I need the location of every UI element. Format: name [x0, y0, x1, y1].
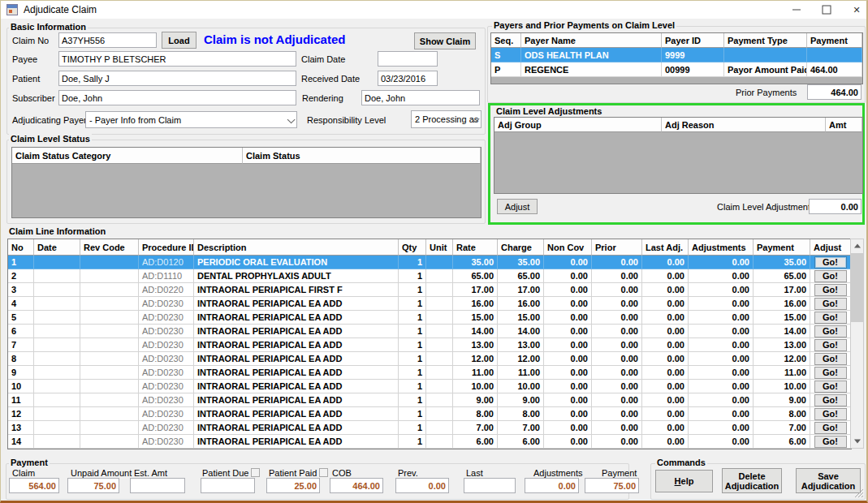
claim-line-cell-desc[interactable]: INTRAORAL PERIAPICAL EA ADD [194, 435, 399, 449]
claim-line-cell-lastadj[interactable]: 0.00 [642, 352, 689, 366]
go-button[interactable]: Go! [814, 312, 847, 324]
claim-line-cell-rate[interactable]: 12.00 [453, 352, 498, 366]
claim-line-cell-proc[interactable]: AD:D0230 [139, 407, 194, 421]
claim-line-cell-desc[interactable]: INTRAORAL PERIAPICAL EA ADD [194, 325, 399, 338]
claim-line-cell-date[interactable] [34, 407, 80, 421]
claim-line-cell-pay[interactable]: 15.00 [754, 311, 810, 325]
claim-line-cell-unit[interactable] [426, 407, 453, 421]
go-button[interactable]: Go! [814, 367, 847, 379]
claim-line-cell-lastadj[interactable]: 0.00 [642, 283, 689, 297]
claim-line-cell-rev[interactable] [80, 352, 139, 366]
claim-line-cell-lastadj[interactable]: 0.00 [642, 256, 689, 269]
claim-line-cell-unit[interactable] [426, 256, 453, 269]
claim-line-cell-qty[interactable]: 1 [399, 407, 426, 421]
claim-line-cell-noncov[interactable]: 0.00 [544, 311, 592, 325]
claim-line-cell-pay[interactable]: 11.00 [754, 366, 810, 380]
claim-line-cell-no[interactable]: 12 [8, 407, 34, 421]
claim-line-cell-rate[interactable]: 17.00 [453, 283, 498, 297]
payee-input[interactable] [58, 51, 296, 67]
claim-line-cell-lastadj[interactable]: 0.00 [642, 311, 689, 325]
claim-line-cell-unit[interactable] [426, 421, 453, 435]
received-date-input[interactable] [378, 71, 438, 86]
claim-line-cell-date[interactable] [34, 366, 80, 380]
claim-line-cell-proc[interactable]: AD:D0230 [139, 393, 194, 407]
claim-line-cell-prior[interactable]: 0.00 [592, 421, 642, 435]
claim-line-cell-charge[interactable]: 13.00 [498, 338, 544, 352]
claim-line-cell-qty[interactable]: 1 [399, 338, 426, 352]
claim-line-cell-charge[interactable]: 9.00 [498, 393, 544, 407]
claim-line-cell-unit[interactable] [426, 338, 453, 352]
claim-line-cell-charge[interactable]: 11.00 [498, 366, 544, 380]
claim-line-cell-no[interactable]: 8 [8, 352, 34, 366]
claim-line-cell-rev[interactable] [80, 269, 139, 283]
claim-line-cell-prior[interactable]: 0.00 [592, 338, 642, 352]
go-button[interactable]: Go! [814, 256, 847, 269]
claim-line-cell-pay[interactable]: 16.00 [754, 297, 810, 311]
claim-line-cell-desc[interactable]: INTRAORAL PERIAPICAL FIRST F [194, 283, 399, 297]
claim-line-cell-rev[interactable] [80, 311, 139, 325]
claim-line-cell-no[interactable]: 13 [8, 421, 34, 435]
claim-line-cell-prior[interactable]: 0.00 [592, 311, 642, 325]
claim-line-cell-proc[interactable]: AD:D0220 [139, 283, 194, 297]
claim-line-cell-noncov[interactable]: 0.00 [544, 435, 592, 449]
claim-line-cell-unit[interactable] [426, 393, 453, 407]
prev-input[interactable] [395, 478, 449, 493]
claim-line-cell-proc[interactable]: AD:D0230 [139, 311, 194, 325]
claim-line-cell-no[interactable]: 10 [8, 380, 34, 393]
subscriber-input[interactable] [58, 90, 296, 105]
claim-line-cell-lastadj[interactable]: 0.00 [642, 325, 689, 338]
est-amt-input[interactable] [130, 478, 185, 493]
claim-line-cell-pay[interactable]: 12.00 [754, 352, 810, 366]
patient-due-checkbox[interactable] [251, 468, 260, 477]
claim-line-cell-noncov[interactable]: 0.00 [544, 269, 592, 283]
claim-line-cell-qty[interactable]: 1 [399, 352, 426, 366]
claim-line-cell-qty[interactable]: 1 [399, 380, 426, 393]
adjudicating-payer-select[interactable]: - Payer Info from Claim [85, 111, 297, 128]
claim-line-cell-prior[interactable]: 0.00 [592, 380, 642, 393]
claim-line-cell-rev[interactable] [80, 366, 139, 380]
claim-line-cell-rev[interactable] [80, 380, 139, 393]
claim-line-cell-proc[interactable]: AD:D0230 [139, 435, 194, 449]
claim-line-cell-qty[interactable]: 1 [399, 393, 426, 407]
claim-line-cell-pay[interactable]: 8.00 [754, 407, 810, 421]
adjust-button[interactable]: Adjust [497, 199, 538, 214]
payer-cell-payer_id[interactable]: 00999 [662, 62, 724, 77]
claim-line-cell-adj[interactable]: 0.00 [689, 407, 754, 421]
claim-line-cell-date[interactable] [34, 325, 80, 338]
claim-line-cell-unit[interactable] [426, 435, 453, 449]
claim-line-cell-noncov[interactable]: 0.00 [544, 352, 592, 366]
claim-line-cell-pay[interactable]: 7.00 [754, 421, 810, 435]
claim-line-cell-rev[interactable] [80, 407, 139, 421]
payer-cell-name[interactable]: ODS HEALTH PLAN [521, 48, 662, 62]
claim-line-cell-desc[interactable]: INTRAORAL PERIAPICAL EA ADD [194, 297, 399, 311]
claim-line-cell-noncov[interactable]: 0.00 [544, 393, 592, 407]
claim-line-cell-proc[interactable]: AD:D0230 [139, 325, 194, 338]
claim-line-cell-charge[interactable]: 7.00 [498, 421, 544, 435]
claim-line-cell-proc[interactable]: AD:D0120 [139, 256, 194, 269]
claim-line-cell-desc[interactable]: INTRAORAL PERIAPICAL EA ADD [194, 311, 399, 325]
claim-line-cell-lastadj[interactable]: 0.00 [642, 435, 689, 449]
claim-line-cell-rev[interactable] [80, 283, 139, 297]
unpaid-amount-input[interactable] [67, 478, 119, 493]
claim-line-cell-pay[interactable]: 65.00 [754, 269, 810, 283]
show-claim-button[interactable]: Show Claim [414, 32, 476, 49]
claim-line-cell-rate[interactable]: 10.00 [453, 380, 498, 393]
claim-line-cell-unit[interactable] [426, 352, 453, 366]
claim-line-cell-desc[interactable]: INTRAORAL PERIAPICAL EA ADD [194, 338, 399, 352]
claim-line-cell-proc[interactable]: AD:D1110 [139, 269, 194, 283]
claim-line-cell-charge[interactable]: 15.00 [498, 311, 544, 325]
scrollbar-up-icon[interactable] [851, 239, 863, 252]
claim-line-cell-date[interactable] [34, 380, 80, 393]
claim-line-cell-adj[interactable]: 0.00 [689, 297, 754, 311]
claim-line-cell-rate[interactable]: 11.00 [453, 366, 498, 380]
claim-line-cell-desc[interactable]: PERIODIC ORAL EVALUATION [194, 256, 399, 269]
claim-line-cell-unit[interactable] [426, 269, 453, 283]
last-input[interactable] [464, 478, 516, 493]
claim-line-cell-adj[interactable]: 0.00 [689, 325, 754, 338]
claim-line-cell-no[interactable]: 11 [8, 393, 34, 407]
go-button[interactable]: Go! [814, 408, 847, 420]
claim-line-cell-prior[interactable]: 0.00 [592, 366, 642, 380]
patient-due-input[interactable] [201, 478, 255, 493]
claim-line-cell-charge[interactable]: 65.00 [498, 269, 544, 283]
claim-line-cell-unit[interactable] [426, 283, 453, 297]
